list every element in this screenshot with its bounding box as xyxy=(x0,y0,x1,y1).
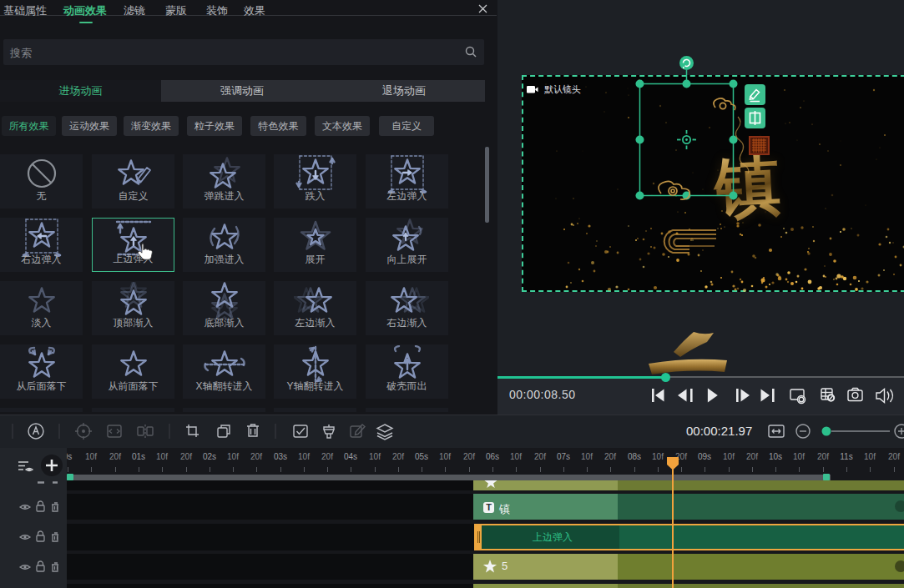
svg-text:00:00:21.97: 00:00:21.97 xyxy=(686,424,752,438)
